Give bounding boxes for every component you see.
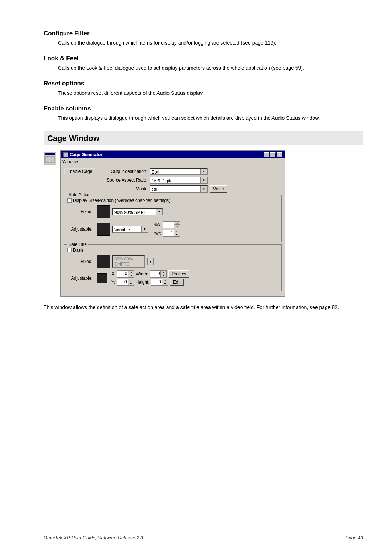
cage-window-title: Cage Window (44, 131, 363, 145)
percent-y-spinner[interactable]: 1 ▲ ▼ (163, 230, 180, 237)
safe-title-y-up[interactable]: ▲ (128, 279, 134, 282)
percent-x-down[interactable]: ▼ (174, 225, 180, 228)
safe-title-y-down[interactable]: ▼ (128, 282, 134, 285)
safe-action-group: Safe Action Display Size/Position (overr… (64, 195, 282, 242)
safe-title-x-spinner[interactable]: 0 ▲ ▼ (117, 270, 134, 278)
percent-x-up[interactable]: ▲ (174, 222, 180, 225)
safe-title-y-label: Y: (111, 280, 115, 285)
source-aspect-ratio-arrow[interactable]: ▼ (200, 177, 207, 183)
safe-title-adjustable-label: Adjustable: (71, 276, 93, 281)
source-aspect-ratio-label: Source Aspect Ratio: (107, 178, 147, 183)
reset-options-body: These options reset different aspects of… (58, 89, 363, 97)
source-aspect-ratio-select[interactable]: 16:9 Digital ▼ (150, 177, 208, 184)
display-size-label: Display Size/Position (overrides char-ge… (73, 198, 170, 203)
percent-y-value[interactable]: 1 (163, 230, 174, 236)
percent-x-label: %X: (154, 223, 162, 227)
menu-window[interactable]: Window (62, 159, 78, 164)
safe-title-x-value[interactable]: 0 (117, 271, 128, 277)
safe-title-x-up[interactable]: ▲ (128, 271, 134, 274)
dialog-titlebar: Cage Generator _ □ × (61, 151, 285, 158)
safe-action-adjustable-select[interactable]: Variable ▼ (112, 226, 148, 233)
output-destination-arrow[interactable]: ▼ (200, 169, 207, 174)
titlebar-icon (63, 152, 68, 157)
safe-title-fixed-arrow[interactable]: ▼ (147, 258, 153, 265)
safe-title-height-down[interactable]: ▼ (162, 282, 168, 285)
safe-title-width-down[interactable]: ▼ (161, 274, 167, 277)
footer-left: OmniTek XR User Guide, Software Release … (44, 535, 143, 540)
safe-action-adjustable-value: Variable (113, 226, 141, 232)
percent-y-up[interactable]: ▲ (174, 230, 180, 233)
profiles-button[interactable]: Profiles (168, 270, 189, 278)
safe-action-fixed-label: Fixed: (81, 209, 93, 214)
titlebar-controls[interactable]: _ □ × (264, 152, 282, 157)
safe-title-width-value[interactable]: 0 (150, 271, 161, 277)
percent-x-spinner[interactable]: 1 ▲ ▼ (163, 221, 180, 228)
cage-window-icon (44, 152, 57, 165)
safe-title-y-value[interactable]: 0 (117, 279, 128, 285)
close-button[interactable]: × (277, 152, 282, 157)
output-destination-select[interactable]: Both ▼ (150, 168, 208, 175)
safe-action-fixed-preview (97, 205, 110, 218)
safe-title-fixed-preview (97, 255, 110, 268)
percent-y-down[interactable]: ▼ (174, 233, 180, 236)
mask-arrow[interactable]: ▼ (200, 186, 207, 192)
enable-columns-heading: Enable columns (44, 105, 363, 112)
percent-x-value[interactable]: 1 (163, 222, 174, 228)
enable-cage-button[interactable]: Enable Cage (64, 168, 95, 175)
safe-title-height-spinner[interactable]: 0 ▲ ▼ (151, 279, 168, 286)
footer-right: Page 43 (346, 535, 363, 540)
safe-title-fixed-arrow-container[interactable]: ▼ (147, 258, 154, 265)
safe-title-width-label: Width: (136, 271, 148, 276)
dash-label: Dash (73, 248, 83, 253)
output-destination-value: Both (150, 169, 200, 174)
safe-title-height-label: Height: (136, 280, 150, 285)
safe-title-x-label: X: (111, 271, 115, 276)
configure-filter-heading: Configure Filter (44, 30, 363, 37)
safe-action-fixed-select[interactable]: 90% 90% SMPTE ▼ (112, 208, 163, 215)
reset-options-heading: Reset options (44, 80, 363, 87)
safe-title-adjustable-preview (97, 273, 107, 283)
look-and-feel-heading: Look & Feel (44, 55, 363, 62)
safe-title-fixed-select: 80% 80% SMPTE (112, 255, 145, 268)
enable-columns-body: This option displays a dialogue through … (58, 114, 363, 122)
safe-title-height-up[interactable]: ▲ (162, 279, 168, 282)
svg-rect-1 (45, 153, 55, 155)
safe-title-fixed-label: Fixed: (81, 259, 93, 264)
configure-filter-body: Calls up the dialogue through which item… (58, 39, 363, 47)
safe-title-width-up[interactable]: ▲ (161, 271, 167, 274)
video-button[interactable]: Video (210, 185, 227, 193)
safe-title-group: Safe Title Dash Fixed: 80% 80% SMPTE (64, 244, 282, 291)
look-and-feel-body: Calls up the Look & Feel dialogue used t… (58, 64, 363, 72)
safe-action-fixed-arrow[interactable]: ▼ (156, 209, 162, 215)
safe-title-height-value[interactable]: 0 (151, 279, 162, 285)
mask-select[interactable]: Off ▼ (150, 185, 208, 193)
percent-y-label: %Y: (154, 231, 162, 235)
dialog-title: Cage Generator (70, 152, 102, 157)
cage-generator-dialog: Cage Generator _ □ × Window Enable Cage (60, 150, 285, 297)
safe-action-adjustable-preview (97, 223, 110, 236)
cage-window-body: This window allows the definition of a s… (44, 304, 363, 311)
dialog-menubar[interactable]: Window (61, 158, 285, 165)
mask-label: Mask: (136, 186, 147, 191)
safe-title-width-spinner[interactable]: 0 ▲ ▼ (150, 270, 167, 278)
edit-button[interactable]: Edit (170, 279, 184, 286)
mask-value: Off (150, 186, 200, 192)
output-destination-label: Output destination: (111, 169, 147, 174)
safe-action-adjustable-arrow[interactable]: ▼ (141, 226, 148, 232)
safe-action-fixed-value: 90% 90% SMPTE (113, 209, 156, 215)
safe-title-x-down[interactable]: ▼ (128, 274, 134, 277)
dash-checkbox[interactable] (67, 248, 72, 252)
safe-title-y-spinner[interactable]: 0 ▲ ▼ (117, 279, 134, 286)
source-aspect-ratio-value: 16:9 Digital (150, 177, 200, 183)
maximize-button[interactable]: □ (270, 152, 276, 157)
display-size-checkbox[interactable] (67, 198, 72, 203)
safe-action-label: Safe Action (67, 192, 92, 197)
safe-title-label: Safe Title (67, 242, 88, 247)
minimize-button[interactable]: _ (264, 152, 269, 157)
safe-action-adjustable-label: Adjustable: (71, 227, 93, 232)
